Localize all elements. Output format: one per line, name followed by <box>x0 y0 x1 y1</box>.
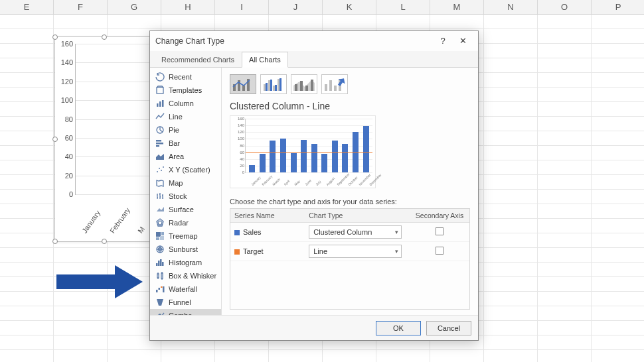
cell[interactable] <box>538 131 592 145</box>
cell[interactable] <box>484 15 538 29</box>
cell[interactable] <box>323 350 376 362</box>
cell[interactable] <box>0 263 54 276</box>
cell[interactable] <box>538 263 592 276</box>
cell[interactable] <box>538 190 592 204</box>
chart-type-funnel[interactable]: Funnel <box>150 296 221 309</box>
cell[interactable] <box>54 15 108 29</box>
cell[interactable] <box>592 219 644 233</box>
chart-type-radar[interactable]: Radar <box>150 216 221 229</box>
cell[interactable] <box>538 306 592 320</box>
cell[interactable] <box>484 248 538 262</box>
cell[interactable] <box>592 102 644 116</box>
subtype-custom-combo[interactable] <box>321 74 348 94</box>
cell[interactable] <box>538 88 592 101</box>
cell[interactable] <box>592 44 644 58</box>
column-header[interactable]: P <box>592 0 644 14</box>
cell[interactable] <box>0 219 54 233</box>
cell[interactable] <box>0 233 54 247</box>
cell[interactable] <box>592 277 644 291</box>
cell[interactable] <box>538 350 592 362</box>
cell[interactable] <box>592 15 644 29</box>
cell[interactable] <box>592 131 644 145</box>
cell[interactable] <box>592 321 644 335</box>
column-header[interactable]: I <box>215 0 269 14</box>
cell[interactable] <box>592 263 644 276</box>
resize-handle[interactable] <box>102 34 107 40</box>
chart-type-area[interactable]: Area <box>150 150 221 163</box>
cell[interactable] <box>538 233 592 247</box>
cell[interactable] <box>484 73 538 87</box>
cell[interactable] <box>592 204 644 218</box>
cell[interactable] <box>0 335 54 349</box>
cell[interactable] <box>54 350 108 362</box>
cell[interactable] <box>484 321 538 335</box>
cell[interactable] <box>538 292 592 306</box>
cell[interactable] <box>0 146 54 160</box>
ok-button[interactable]: OK <box>376 321 421 335</box>
cell[interactable] <box>592 292 644 306</box>
chart-type-column[interactable]: Column <box>150 97 221 110</box>
cell[interactable] <box>0 175 54 189</box>
cell[interactable] <box>0 102 54 116</box>
chart-type-box-whisker[interactable]: Box & Whisker <box>150 269 221 282</box>
cancel-button[interactable]: Cancel <box>426 321 471 335</box>
cell[interactable] <box>484 335 538 349</box>
column-header[interactable]: G <box>108 0 161 14</box>
cell[interactable] <box>538 102 592 116</box>
cell[interactable] <box>269 350 323 362</box>
cell[interactable] <box>0 73 54 87</box>
cell[interactable] <box>323 15 376 29</box>
resize-handle[interactable] <box>52 239 58 244</box>
cell[interactable] <box>430 15 484 29</box>
cell[interactable] <box>592 190 644 204</box>
resize-handle[interactable] <box>102 239 107 244</box>
tab-recommended-charts[interactable]: Recommended Charts <box>154 52 242 68</box>
resize-handle[interactable] <box>52 137 58 142</box>
chart-type-templates[interactable]: Templates <box>150 84 221 97</box>
cell[interactable] <box>484 350 538 362</box>
cell[interactable] <box>538 29 592 43</box>
chart-type-pie[interactable]: Pie <box>150 123 221 137</box>
cell[interactable] <box>0 58 54 72</box>
embedded-chart[interactable]: 020406080100120140160 JanuaryFebruaryM <box>54 36 154 242</box>
tab-all-charts[interactable]: All Charts <box>242 52 288 68</box>
cell[interactable] <box>538 58 592 72</box>
cell[interactable] <box>592 29 644 43</box>
column-header[interactable]: O <box>538 0 592 14</box>
cell[interactable] <box>484 29 538 43</box>
column-header[interactable]: L <box>376 0 430 14</box>
subtype-stacked-area-column[interactable] <box>291 74 317 94</box>
cell[interactable] <box>592 248 644 262</box>
cell[interactable] <box>484 277 538 291</box>
column-header[interactable]: J <box>269 0 323 14</box>
series-chart-type-select[interactable]: Line▾ <box>309 245 402 258</box>
cell[interactable] <box>484 117 538 131</box>
chart-type-stock[interactable]: Stock <box>150 190 221 203</box>
cell[interactable] <box>538 204 592 218</box>
column-header[interactable]: H <box>161 0 215 14</box>
cell[interactable] <box>592 58 644 72</box>
cell[interactable] <box>484 88 538 101</box>
cell[interactable] <box>108 350 161 362</box>
chart-type-bar[interactable]: Bar <box>150 137 221 150</box>
chart-type-map[interactable]: Map <box>150 176 221 190</box>
cell[interactable] <box>484 233 538 247</box>
cell[interactable] <box>592 233 644 247</box>
chart-type-combo[interactable]: Combo <box>150 309 221 315</box>
help-button[interactable]: ? <box>433 34 453 48</box>
cell[interactable] <box>0 321 54 335</box>
cell[interactable] <box>484 204 538 218</box>
cell[interactable] <box>538 277 592 291</box>
cell[interactable] <box>484 219 538 233</box>
cell[interactable] <box>0 292 54 306</box>
cell[interactable] <box>592 160 644 174</box>
cell[interactable] <box>161 350 215 362</box>
cell[interactable] <box>484 306 538 320</box>
cell[interactable] <box>484 44 538 58</box>
cell[interactable] <box>0 248 54 262</box>
chart-type-line[interactable]: Line <box>150 110 221 123</box>
secondary-axis-checkbox[interactable] <box>436 247 443 255</box>
column-header[interactable]: K <box>323 0 376 14</box>
cell[interactable] <box>538 219 592 233</box>
chart-type-waterfall[interactable]: Waterfall <box>150 282 221 296</box>
